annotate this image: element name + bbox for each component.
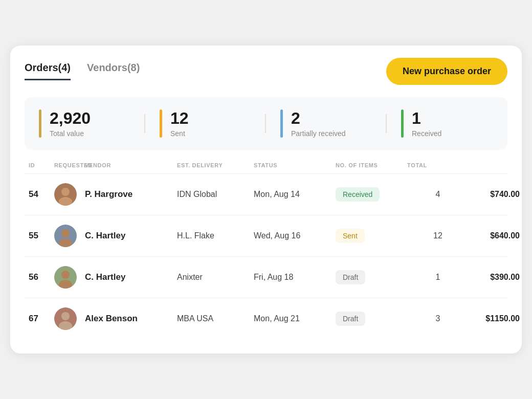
cell-total: $390.00 bbox=[469, 273, 520, 282]
avatar bbox=[54, 225, 77, 247]
main-card: Orders(4) Vendors(8) New purchase order … bbox=[10, 46, 522, 353]
cell-vendor: MBA USA bbox=[177, 314, 254, 323]
stat-partially-received: 2 Partially received bbox=[266, 107, 387, 140]
stat-label-received: Received bbox=[412, 129, 441, 138]
stat-number-total-value: 2,920 bbox=[50, 109, 91, 127]
status-badge: Received bbox=[336, 187, 380, 202]
orders-table: ID REQUESTED VENDOR EST. DELIVERY STATUS… bbox=[25, 162, 507, 339]
stat-sent: 12 Sent bbox=[145, 107, 266, 140]
col-header-items: NO. OF ITEMS bbox=[336, 162, 407, 168]
cell-status: Received bbox=[336, 187, 407, 202]
cell-total: $740.00 bbox=[469, 190, 520, 199]
cell-name: C. Hartley bbox=[85, 272, 177, 282]
tab-vendors[interactable]: Vendors(8) bbox=[87, 62, 140, 80]
stat-label-sent: Sent bbox=[170, 129, 189, 138]
stat-received: 1 Received bbox=[387, 107, 507, 140]
stats-row: 2,920 Total value 12 Sent 2 Partially re… bbox=[25, 97, 507, 150]
stat-accent-bar-partial bbox=[280, 109, 283, 138]
cell-name: P. Hargrove bbox=[85, 189, 177, 199]
table-row[interactable]: 54 P. Hargrove IDN Global Mon, Aug 14 Re… bbox=[25, 174, 507, 215]
svg-point-4 bbox=[61, 229, 70, 237]
cell-items: 4 bbox=[407, 190, 469, 199]
cell-delivery: Fri, Aug 18 bbox=[254, 273, 336, 282]
tabs: Orders(4) Vendors(8) bbox=[25, 62, 140, 80]
table-body: 54 P. Hargrove IDN Global Mon, Aug 14 Re… bbox=[25, 174, 507, 339]
status-badge: Draft bbox=[336, 270, 365, 284]
col-header-id: ID bbox=[29, 162, 54, 168]
cell-items: 12 bbox=[407, 231, 469, 240]
cell-name: Alex Benson bbox=[85, 314, 177, 324]
svg-point-10 bbox=[61, 312, 70, 320]
cell-vendor: H.L. Flake bbox=[177, 231, 254, 240]
cell-vendor: IDN Global bbox=[177, 190, 254, 199]
cell-delivery: Mon, Aug 21 bbox=[254, 314, 336, 323]
cell-id: 54 bbox=[29, 189, 54, 199]
avatar bbox=[54, 307, 77, 330]
col-header-total: TOTAL bbox=[407, 162, 469, 168]
svg-point-7 bbox=[61, 271, 70, 279]
cell-items: 3 bbox=[407, 314, 469, 323]
col-header-delivery: EST. DELIVERY bbox=[177, 162, 254, 168]
table-row[interactable]: 56 C. Hartley Anixter Fri, Aug 18 Draft … bbox=[25, 257, 507, 298]
cell-vendor: Anixter bbox=[177, 273, 254, 282]
table-header: ID REQUESTED VENDOR EST. DELIVERY STATUS… bbox=[25, 162, 507, 174]
status-badge: Draft bbox=[336, 312, 365, 326]
stat-number-received: 1 bbox=[412, 109, 441, 127]
stat-label-total-value: Total value bbox=[50, 129, 91, 138]
svg-point-1 bbox=[61, 188, 70, 196]
cell-total: $1150.00 bbox=[469, 314, 520, 323]
col-header-status: STATUS bbox=[254, 162, 336, 168]
stat-total-value: 2,920 Total value bbox=[25, 107, 145, 140]
cell-name: C. Hartley bbox=[85, 231, 177, 241]
table-row[interactable]: 67 Alex Benson MBA USA Mon, Aug 21 Draft… bbox=[25, 298, 507, 339]
col-header-vendor: VENDOR bbox=[85, 162, 177, 168]
stat-number-sent: 12 bbox=[170, 109, 189, 127]
avatar bbox=[54, 183, 77, 206]
stat-label-partial: Partially received bbox=[291, 129, 346, 138]
stat-number-partial: 2 bbox=[291, 109, 346, 127]
header: Orders(4) Vendors(8) New purchase order bbox=[25, 58, 507, 85]
cell-total: $640.00 bbox=[469, 231, 520, 240]
cell-id: 56 bbox=[29, 272, 54, 282]
col-header-requested: REQUESTED bbox=[54, 162, 85, 168]
cell-items: 1 bbox=[407, 273, 469, 282]
cell-status: Draft bbox=[336, 270, 407, 284]
stat-accent-bar-received bbox=[401, 109, 404, 138]
cell-id: 55 bbox=[29, 231, 54, 241]
cell-delivery: Wed, Aug 16 bbox=[254, 231, 336, 240]
cell-status: Sent bbox=[336, 229, 407, 243]
cell-status: Draft bbox=[336, 312, 407, 326]
table-row[interactable]: 55 C. Hartley H.L. Flake Wed, Aug 16 Sen… bbox=[25, 215, 507, 257]
cell-id: 67 bbox=[29, 314, 54, 324]
new-purchase-order-button[interactable]: New purchase order bbox=[386, 58, 507, 85]
stat-accent-bar-sent bbox=[160, 109, 162, 138]
avatar bbox=[54, 266, 77, 289]
stat-accent-bar-total-value bbox=[39, 109, 41, 138]
cell-delivery: Mon, Aug 14 bbox=[254, 190, 336, 199]
status-badge: Sent bbox=[336, 229, 365, 243]
tab-orders[interactable]: Orders(4) bbox=[25, 62, 71, 80]
